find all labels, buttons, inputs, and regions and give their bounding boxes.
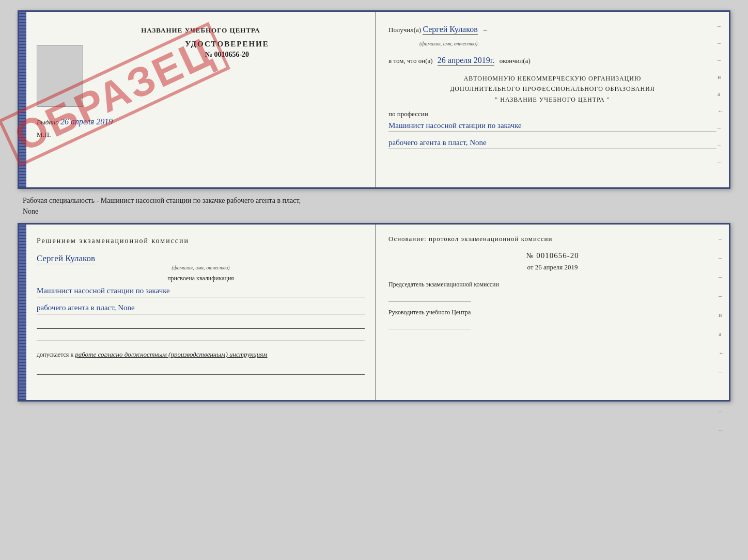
right-margin-dashes-bottom: – – – – и а ← – – – –: [719, 235, 725, 434]
osnov-title: Основание: протокол экзаменационной коми…: [388, 235, 716, 243]
bottom-booklet: Решением экзаменационной комиссии Сергей…: [18, 223, 730, 402]
profession-line2: рабочего агента в пласт, None: [388, 136, 716, 149]
org-line1: АВТОНОМНУЮ НЕКОММЕРЧЕСКУЮ ОРГАНИЗАЦИЮ: [388, 73, 716, 84]
cert-number: № 0010656-20: [89, 51, 365, 59]
right-top-section: Получил(а) Сергей Кулаков – (фамилия, им…: [388, 22, 716, 68]
cert-udostoverenie: УДОСТОВЕРЕНИЕ: [89, 40, 365, 49]
bottom-name-row: Сергей Кулаков: [37, 253, 365, 264]
protocol-date: от 26 апреля 2019: [388, 263, 716, 271]
protocol-number: № 0010656-20: [388, 251, 716, 260]
bottom-name: Сергей Кулаков: [37, 253, 95, 264]
vtom-date: 26 апреля 2019г.: [438, 56, 495, 66]
info-line2: None: [23, 206, 725, 217]
blank-line-2: [37, 331, 365, 341]
bottom-qualification-line2: рабочего агента в пласт, None: [37, 301, 365, 314]
rukovoditel-block: Руководитель учебного Центра: [388, 308, 716, 329]
info-line1: Рабочая специальность - Машинист насосно…: [23, 195, 725, 206]
poluchil-name: Сергей Кулаков: [423, 25, 477, 35]
top-right-page: Получил(а) Сергей Кулаков – (фамилия, им…: [376, 12, 729, 187]
bottom-familiya-label: (фамилия, имя, отчество): [37, 265, 365, 270]
right-margin-dashes-top: – – – и а ← – – –: [718, 22, 724, 166]
cert-title: НАЗВАНИЕ УЧЕБНОГО ЦЕНТРА: [37, 26, 365, 35]
bottom-left-page: Решением экзаменационной комиссии Сергей…: [26, 225, 376, 400]
bottom-right-page: Основание: протокол экзаменационной коми…: [376, 225, 729, 400]
cert-mp: М.П.: [37, 131, 365, 139]
rukovoditel-sig-line: [388, 319, 471, 329]
blank-line-1: [37, 318, 365, 329]
ot-label: от: [527, 263, 533, 271]
profession-section: по профессии Машинист насосной станции п…: [388, 110, 716, 149]
predsedatel-title: Председатель экзаменационной комиссии: [388, 280, 716, 289]
cert-details: УДОСТОВЕРЕНИЕ № 0010656-20: [89, 40, 365, 107]
org-line2: ДОПОЛНИТЕЛЬНОГО ПРОФЕССИОНАЛЬНОГО ОБРАЗО…: [388, 84, 716, 94]
dopusk-text: допускается к работе согласно должностны…: [37, 349, 365, 360]
info-text-block: Рабочая специальность - Машинист насосно…: [18, 193, 730, 219]
po-professii: по профессии: [388, 110, 716, 118]
prisvoyena-label: присвоена квалификация: [37, 275, 365, 282]
poluchil-row: Получил(а) Сергей Кулаков – (фамилия, им…: [388, 22, 716, 49]
issued-date: 26 апреля 2019: [60, 117, 113, 126]
top-left-page: НАЗВАНИЕ УЧЕБНОГО ЦЕНТРА ОБРАЗЕЦ УДОСТОВ…: [26, 12, 376, 187]
blank-line-3: [37, 364, 365, 375]
org-text: АВТОНОМНУЮ НЕКОММЕРЧЕСКУЮ ОРГАНИЗАЦИЮ ДО…: [388, 73, 716, 105]
protocol-date-value: 26 апреля 2019: [535, 263, 578, 271]
document-container: НАЗВАНИЕ УЧЕБНОГО ЦЕНТРА ОБРАЗЕЦ УДОСТОВ…: [18, 10, 730, 402]
cert-issued: Выдано 26 апреля 2019: [37, 117, 365, 126]
profession-line1: Машинист насосной станции по закачке: [388, 119, 716, 132]
predsedatel-block: Председатель экзаменационной комиссии: [388, 280, 716, 301]
booklet-spine-top: [19, 12, 26, 187]
reshen-title: Решением экзаменационной комиссии: [37, 235, 365, 247]
familiya-label-top: (фамилия, имя, отчество): [419, 41, 477, 46]
rukovoditel-title: Руководитель учебного Центра: [388, 308, 716, 317]
top-booklet: НАЗВАНИЕ УЧЕБНОГО ЦЕНТРА ОБРАЗЕЦ УДОСТОВ…: [18, 10, 730, 189]
dopusk-detail: работе согласно должностным (производств…: [75, 350, 267, 358]
predsedatel-sig-line: [388, 291, 471, 301]
booklet-spine-bottom: [19, 225, 26, 400]
issued-label: Выдано: [37, 118, 59, 126]
cert-body: УДОСТОВЕРЕНИЕ № 0010656-20: [37, 40, 365, 107]
vtom-label: в том, что он(а): [388, 57, 433, 65]
poluchil-label: Получил(а): [388, 26, 421, 34]
okonchil-label: окончил(а): [500, 57, 531, 65]
org-line3: " НАЗВАНИЕ УЧЕБНОГО ЦЕНТРА ": [388, 94, 716, 105]
cert-photo: [37, 45, 83, 107]
dopuskaetsya-label: допускается к: [37, 351, 73, 358]
vtom-row: в том, что он(а) 26 апреля 2019г. окончи…: [388, 53, 716, 68]
bottom-qualification-line1: Машинист насосной станции по закачке: [37, 284, 365, 297]
